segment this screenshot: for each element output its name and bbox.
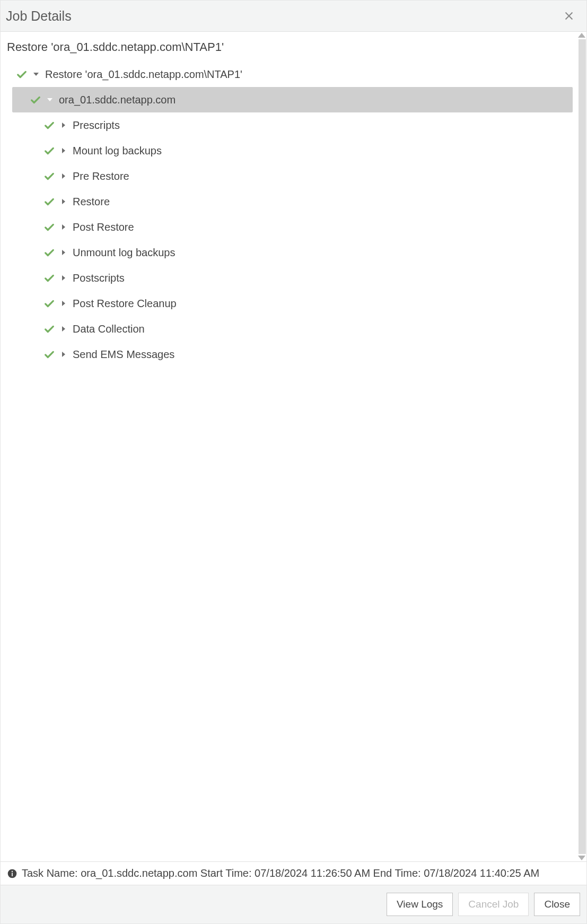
svg-marker-11: [62, 301, 65, 306]
svg-marker-13: [62, 352, 65, 357]
chevron-right-icon[interactable]: [59, 324, 68, 334]
tree-row-host[interactable]: ora_01.sddc.netapp.com: [12, 87, 573, 112]
checkmark-icon: [43, 247, 55, 258]
chevron-right-icon[interactable]: [59, 146, 68, 155]
checkmark-icon: [43, 170, 55, 182]
chevron-right-icon[interactable]: [59, 273, 68, 283]
tree-label: Post Restore: [72, 221, 134, 233]
tree-row-step[interactable]: Postscripts: [12, 265, 573, 291]
svg-marker-10: [62, 275, 65, 281]
checkmark-icon: [16, 68, 28, 80]
svg-marker-2: [33, 73, 39, 76]
tree-label: Unmount log backups: [72, 247, 175, 259]
scroll-down-icon[interactable]: [578, 856, 585, 860]
tree-row-step[interactable]: Post Restore: [12, 214, 573, 240]
chevron-right-icon[interactable]: [59, 299, 68, 308]
chevron-right-icon[interactable]: [59, 171, 68, 181]
svg-marker-9: [62, 250, 65, 255]
chevron-right-icon[interactable]: [59, 248, 68, 257]
tree-row-step[interactable]: Post Restore Cleanup: [12, 291, 573, 316]
checkmark-icon: [43, 323, 55, 335]
checkmark-icon: [43, 196, 55, 207]
tree-label: ora_01.sddc.netapp.com: [58, 94, 176, 106]
svg-marker-8: [62, 224, 65, 230]
modal-body: Restore 'ora_01.sddc.netapp.com\NTAP1' R…: [1, 32, 586, 885]
svg-marker-4: [62, 123, 65, 128]
svg-marker-12: [62, 326, 65, 332]
info-icon: [7, 868, 17, 879]
modal-footer: View Logs Cancel Job Close: [1, 885, 586, 923]
cancel-job-button: Cancel Job: [458, 893, 529, 916]
tree-row-step[interactable]: Restore: [12, 189, 573, 214]
chevron-right-icon[interactable]: [59, 197, 68, 206]
close-button[interactable]: Close: [534, 893, 580, 916]
checkmark-icon: [43, 119, 55, 131]
svg-marker-6: [62, 173, 65, 179]
job-title: Restore 'ora_01.sddc.netapp.com\NTAP1': [1, 32, 586, 62]
svg-marker-7: [62, 199, 65, 204]
close-icon[interactable]: [561, 8, 577, 24]
scrollbar-track[interactable]: [579, 39, 586, 854]
checkmark-icon: [43, 145, 55, 156]
tree-row-root[interactable]: Restore 'ora_01.sddc.netapp.com\NTAP1': [12, 62, 573, 87]
job-steps-tree: Restore 'ora_01.sddc.netapp.com\NTAP1' o…: [1, 62, 586, 367]
tree-label: Send EMS Messages: [72, 348, 174, 361]
tree-label: Restore 'ora_01.sddc.netapp.com\NTAP1': [44, 68, 242, 81]
tree-row-step[interactable]: Prescripts: [12, 112, 573, 138]
tree-label: Post Restore Cleanup: [72, 298, 177, 310]
svg-point-16: [12, 870, 13, 871]
tree-label: Prescripts: [72, 119, 120, 132]
chevron-down-icon[interactable]: [45, 95, 55, 104]
checkmark-icon: [43, 221, 55, 233]
chevron-right-icon[interactable]: [59, 222, 68, 232]
tree-label: Data Collection: [72, 323, 145, 335]
svg-marker-5: [62, 148, 65, 153]
svg-marker-3: [47, 98, 52, 101]
tree-label: Pre Restore: [72, 170, 129, 182]
svg-rect-15: [12, 873, 13, 876]
checkmark-icon: [30, 94, 41, 106]
modal-header: Job Details: [1, 1, 586, 32]
task-info-text: Task Name: ora_01.sddc.netapp.com Start …: [22, 867, 539, 879]
chevron-down-icon[interactable]: [31, 69, 41, 79]
chevron-right-icon[interactable]: [59, 120, 68, 130]
tree-row-step[interactable]: Mount log backups: [12, 138, 573, 163]
checkmark-icon: [43, 348, 55, 360]
tree-row-step[interactable]: Data Collection: [12, 316, 573, 342]
tree-row-step[interactable]: Send EMS Messages: [12, 342, 573, 367]
chevron-right-icon[interactable]: [59, 350, 68, 359]
tree-row-step[interactable]: Unmount log backups: [12, 240, 573, 265]
checkmark-icon: [43, 272, 55, 284]
task-info-bar: Task Name: ora_01.sddc.netapp.com Start …: [1, 861, 586, 885]
view-logs-button[interactable]: View Logs: [387, 893, 453, 916]
tree-label: Mount log backups: [72, 145, 162, 157]
tree-label: Restore: [72, 196, 110, 208]
scroll-up-icon[interactable]: [578, 33, 585, 38]
job-details-modal: Job Details Restore 'ora_01.sddc.netapp.…: [0, 0, 587, 924]
checkmark-icon: [43, 298, 55, 309]
tree-row-step[interactable]: Pre Restore: [12, 163, 573, 189]
tree-label: Postscripts: [72, 272, 125, 284]
modal-title: Job Details: [6, 8, 72, 24]
